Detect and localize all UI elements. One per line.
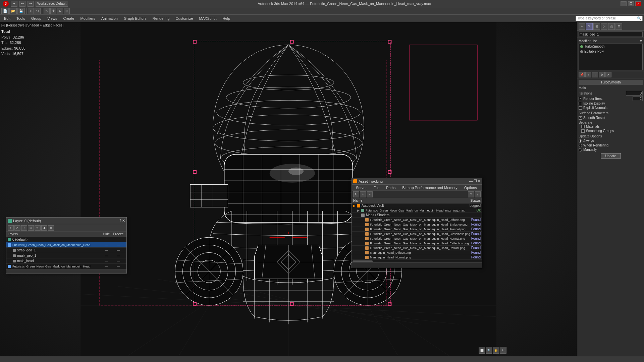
- layer-futuristic-hide[interactable]: —: [101, 243, 112, 247]
- isoline-checkbox[interactable]: [579, 102, 582, 105]
- smooth-result-checkbox[interactable]: [579, 116, 582, 120]
- materials-checkbox[interactable]: [581, 125, 585, 128]
- layers-help-btn[interactable]: ?: [119, 219, 121, 223]
- at-hscrollbar[interactable]: [352, 260, 482, 262]
- pin-btn[interactable]: 📌: [579, 72, 585, 77]
- at-refresh-btn[interactable]: ↻: [353, 191, 359, 197]
- scale-btn[interactable]: ⊞: [64, 8, 70, 14]
- at-menu-options[interactable]: Options: [462, 185, 480, 190]
- display-panel-btn[interactable]: ◎: [608, 23, 615, 30]
- menu-maxscript[interactable]: MAXScript: [197, 16, 219, 21]
- at-row-mannequin-normal[interactable]: Mannequin_Head_Normal.png Found: [352, 255, 482, 260]
- layer-mask-geo-hide[interactable]: —: [101, 254, 112, 257]
- at-row-normal[interactable]: Futuristic_Green_Neon_Gas_Mask_on_Manneq…: [352, 236, 482, 241]
- quick-access-btn[interactable]: ▼: [11, 1, 17, 7]
- explicit-normals-checkbox[interactable]: [579, 106, 582, 110]
- new-btn[interactable]: 📄: [1, 8, 9, 14]
- modifier-editable-poly[interactable]: Editable Poly: [579, 49, 642, 54]
- layers-highlight-btn[interactable]: ◆: [41, 225, 47, 231]
- redo-btn[interactable]: ↪: [35, 8, 41, 14]
- at-row-refract[interactable]: Futuristic_Green_Neon_Gas_Mask_on_Manneq…: [352, 246, 482, 250]
- utility-panel-btn[interactable]: ⚙: [615, 23, 622, 30]
- undo-btn[interactable]: ↩: [28, 8, 34, 14]
- menu-create[interactable]: Create: [60, 16, 77, 21]
- layer-strap-hide[interactable]: —: [101, 248, 112, 252]
- viewport[interactable]: [+] [Perspective] [Shaded + Edged Faces]…: [0, 22, 577, 362]
- layers-close-btn[interactable]: ✕: [122, 219, 125, 223]
- layer-mask-geo-freeze[interactable]: —: [112, 254, 125, 257]
- open-btn[interactable]: 📂: [9, 8, 17, 14]
- layer-default-hide[interactable]: —: [101, 238, 112, 241]
- at-row-fresnel[interactable]: Futuristic_Green_Neon_Gas_Mask_on_Manneq…: [352, 227, 482, 232]
- search-box[interactable]: 🔍: [576, 16, 643, 21]
- layers-expand-btn[interactable]: ≡: [48, 225, 54, 231]
- render-iters-input[interactable]: [633, 96, 643, 101]
- restore-btn[interactable]: ❐: [628, 1, 634, 6]
- layer-row-mask-geo[interactable]: mask_geo_1 — —: [6, 253, 126, 258]
- at-menu-paths[interactable]: Paths: [383, 185, 398, 190]
- at-help-btn[interactable]: ?: [468, 191, 474, 197]
- move-down-btn[interactable]: ↓: [592, 72, 598, 77]
- at-close-btn[interactable]: ✕: [478, 179, 481, 183]
- workspace-selector[interactable]: Workspace: Default: [36, 1, 68, 7]
- at-menu-bitmap-perf[interactable]: Bitmap Performance and Memory: [399, 185, 460, 190]
- update-button[interactable]: Update: [601, 153, 621, 159]
- layer-row-default[interactable]: 0 (default) — —: [6, 237, 126, 242]
- at-row-glossiness[interactable]: Futuristic_Green_Neon_Gas_Mask_on_Manneq…: [352, 232, 482, 236]
- layer-male-head-hide[interactable]: —: [101, 259, 112, 263]
- render-iters-checkbox[interactable]: [579, 97, 582, 100]
- motion-panel-btn[interactable]: ▷: [601, 23, 607, 30]
- at-table-body[interactable]: ▶ Autodesk Vault Logged ▶ Futuristic_Gre…: [352, 203, 482, 260]
- redo-btn[interactable]: ↪: [28, 1, 34, 7]
- menu-views[interactable]: Views: [45, 16, 60, 21]
- layer-strap-freeze[interactable]: —: [112, 248, 125, 252]
- move-up-btn[interactable]: ↑: [585, 72, 591, 77]
- object-name-field[interactable]: [579, 32, 643, 37]
- at-menu-server[interactable]: Server: [353, 185, 369, 190]
- menu-graph-editors[interactable]: Graph Editors: [121, 16, 149, 21]
- save-btn[interactable]: 💾: [17, 8, 25, 14]
- hierarchy-panel-btn[interactable]: ⊞: [593, 23, 600, 30]
- at-row-diffuse[interactable]: Futuristic_Green_Neon_Gas_Mask_on_Manneq…: [352, 218, 482, 222]
- at-row-reflection[interactable]: Futuristic_Green_Neon_Gas_Mask_on_Manneq…: [352, 241, 482, 246]
- menu-customize[interactable]: Customize: [173, 16, 196, 21]
- create-panel-btn[interactable]: +: [579, 23, 585, 30]
- always-radio[interactable]: [579, 139, 582, 143]
- menu-animation[interactable]: Animation: [99, 16, 120, 21]
- menu-group[interactable]: Group: [29, 16, 44, 21]
- layer-futuristic-freeze[interactable]: —: [112, 243, 125, 247]
- rotate-btn[interactable]: ↻: [57, 8, 63, 14]
- undo-btn[interactable]: ↩: [19, 1, 25, 7]
- layers-delete-btn[interactable]: ✕: [14, 225, 20, 231]
- move-btn[interactable]: ✛: [50, 8, 56, 14]
- at-menu-file[interactable]: File: [371, 185, 382, 190]
- menu-help[interactable]: Help: [220, 16, 233, 21]
- layers-move-btn[interactable]: ↑: [21, 225, 27, 231]
- at-add-btn[interactable]: +: [360, 191, 366, 197]
- layer-default-freeze[interactable]: —: [112, 238, 125, 241]
- layers-sel-btn[interactable]: ↖: [35, 225, 41, 231]
- iterations-input[interactable]: [626, 91, 643, 96]
- layer-row-male-head[interactable]: male_head — —: [6, 258, 126, 264]
- at-remove-btn[interactable]: −: [367, 191, 373, 197]
- layer-row-futuristic[interactable]: Futuristic_Green_Neon_Gas_Mask_on_Manneq…: [6, 242, 126, 248]
- modifier-dropdown-btn[interactable]: ▼: [639, 39, 643, 43]
- menu-rendering[interactable]: Rendering: [150, 16, 172, 21]
- at-restore-btn[interactable]: ❐: [474, 179, 477, 183]
- layer-male-head-freeze[interactable]: —: [112, 259, 125, 263]
- modify-panel-btn[interactable]: ✎: [586, 23, 593, 30]
- delete-modifier-btn[interactable]: ✕: [605, 72, 611, 77]
- when-rendering-radio[interactable]: [579, 144, 582, 147]
- pan-btn[interactable]: ✋: [493, 347, 499, 354]
- select-btn[interactable]: ↖: [44, 8, 50, 14]
- at-info-btn[interactable]: i: [475, 191, 481, 197]
- at-row-mannequin-diffuse[interactable]: Mannequin_Head_Diffuse.png Found: [352, 250, 482, 255]
- zoom-extents-btn[interactable]: ⬜: [479, 347, 485, 354]
- at-row-emissive[interactable]: Futuristic_Green_Neon_Gas_Mask_on_Manneq…: [352, 222, 482, 227]
- orbit-btn[interactable]: ↻: [500, 347, 506, 354]
- layer-futuristic2-hide[interactable]: —: [101, 264, 112, 268]
- layers-scrollbar[interactable]: [7, 270, 126, 273]
- search-input[interactable]: [577, 16, 637, 20]
- menu-tools[interactable]: Tools: [14, 16, 28, 21]
- layer-row-futuristic2[interactable]: Futuristic_Green_Neon_Gas_Mask_on_Manneq…: [6, 264, 126, 269]
